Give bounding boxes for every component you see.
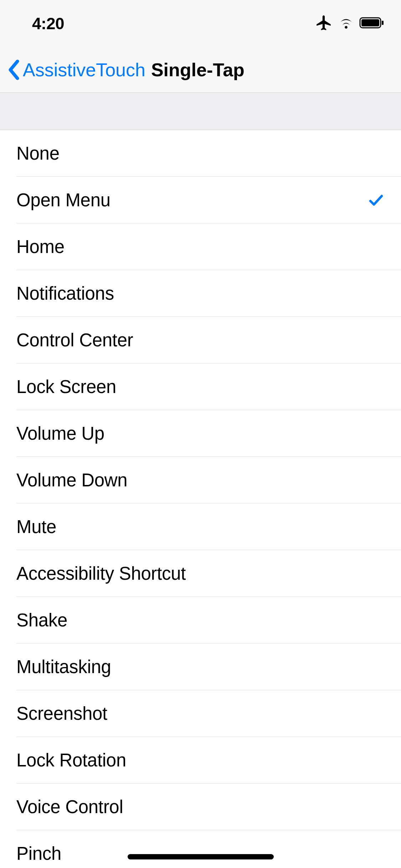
list-item-label: Home [16,236,65,257]
options-list: NoneOpen MenuHomeNotificationsControl Ce… [0,130,401,868]
status-icons [315,14,385,33]
airplane-mode-icon [315,14,333,33]
list-item[interactable]: Notifications [0,270,401,317]
svg-rect-2 [382,21,384,25]
list-item-label: Mute [16,516,56,537]
list-item[interactable]: Multitasking [0,644,401,690]
list-item[interactable]: Lock Rotation [0,737,401,784]
list-item-label: Screenshot [16,703,107,724]
section-spacer [0,93,401,130]
list-item[interactable]: Shake [0,597,401,644]
list-item-label: Volume Down [16,470,127,491]
battery-icon [359,16,385,31]
list-item-label: Shake [16,610,67,631]
list-item[interactable]: Volume Up [0,410,401,457]
list-item-label: Accessibility Shortcut [16,563,186,584]
list-item-label: Control Center [16,330,133,351]
list-item-label: Notifications [16,283,114,304]
nav-bar: AssistiveTouch Single-Tap [0,47,401,93]
list-item-label: Lock Screen [16,376,116,397]
home-indicator[interactable] [128,854,274,859]
list-item[interactable]: Accessibility Shortcut [0,550,401,597]
list-item-label: Volume Up [16,423,104,444]
list-item-label: Lock Rotation [16,750,126,771]
list-item-label: Pinch [16,843,61,864]
list-item[interactable]: Mute [0,503,401,550]
wifi-icon [338,15,354,32]
list-item[interactable]: None [0,130,401,177]
status-time: 4:20 [32,14,64,33]
status-bar: 4:20 [0,0,401,47]
list-item[interactable]: Screenshot [0,690,401,737]
list-item[interactable]: Open Menu [0,177,401,223]
list-item-label: Voice Control [16,796,123,817]
list-item-label: Open Menu [16,190,110,211]
nav-title: Single-Tap [151,59,245,81]
list-item[interactable]: Voice Control [0,784,401,830]
list-item-label: None [16,143,60,164]
list-item[interactable]: Volume Down [0,457,401,503]
checkmark-icon [367,192,385,209]
svg-rect-1 [361,19,379,26]
back-button-label[interactable]: AssistiveTouch [23,59,145,81]
list-item[interactable]: Pinch [0,830,401,868]
list-item[interactable]: Home [0,223,401,270]
back-chevron-icon[interactable] [7,59,21,81]
list-item[interactable]: Control Center [0,317,401,363]
list-item[interactable]: Lock Screen [0,363,401,410]
list-item-label: Multitasking [16,656,111,677]
